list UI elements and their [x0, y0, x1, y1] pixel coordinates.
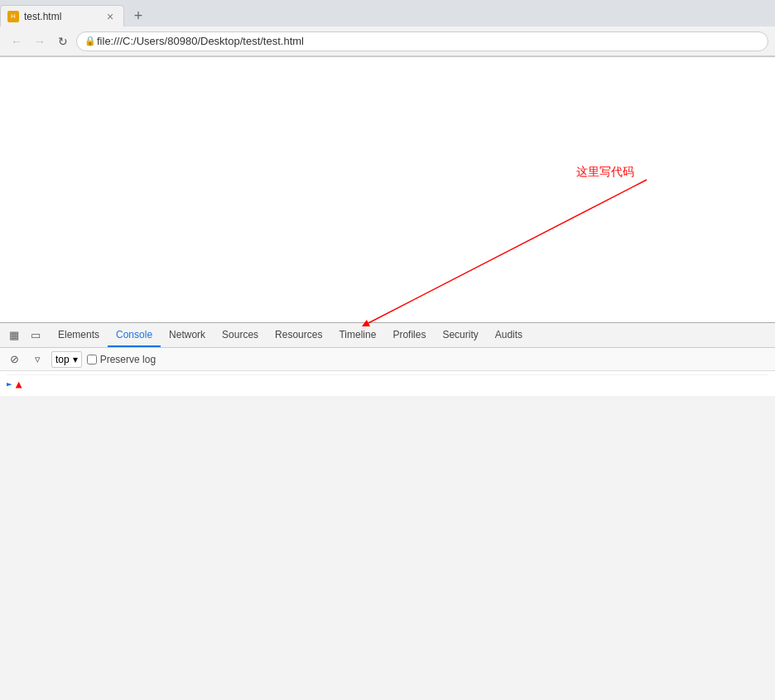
refresh-button[interactable]: ↻: [53, 31, 73, 51]
tab-console[interactable]: Console: [108, 323, 161, 347]
tab-sources[interactable]: Sources: [214, 323, 267, 347]
address-bar: ← → ↻ 🔒: [0, 27, 775, 56]
new-tab-button[interactable]: +: [128, 5, 149, 27]
preserve-log-checkbox[interactable]: [87, 355, 97, 364]
annotation-text: 这里写代码: [576, 165, 634, 180]
tab-security[interactable]: Security: [434, 323, 486, 347]
tab-elements[interactable]: Elements: [50, 323, 108, 347]
devtools-tabs: Elements Console Network Sources Resourc…: [50, 323, 531, 347]
inspect-icon: ▦: [9, 329, 19, 341]
console-toolbar: ⊘ ▿ top ▾ Preserve log: [0, 348, 775, 371]
console-expand-arrow[interactable]: ►: [7, 379, 12, 389]
console-row: ► ▲: [7, 374, 768, 393]
filter-console-button[interactable]: ▿: [28, 350, 46, 369]
devtools-panel: ▦ ▭ Elements Console Network Sources Res…: [0, 322, 775, 700]
context-value: top: [55, 354, 70, 365]
console-warning-icon: ▲: [16, 378, 22, 390]
tab-network[interactable]: Network: [161, 323, 214, 347]
refresh-icon: ↻: [58, 35, 68, 48]
tab-audits[interactable]: Audits: [487, 323, 531, 347]
device-icon: ▭: [31, 329, 41, 341]
inspect-element-button[interactable]: ▦: [3, 325, 25, 346]
device-mode-button[interactable]: ▭: [25, 325, 46, 346]
back-button[interactable]: ←: [7, 31, 26, 51]
context-selector[interactable]: top ▾: [51, 351, 82, 368]
url-lock-icon: 🔒: [84, 36, 96, 46]
dropdown-arrow-icon: ▾: [73, 354, 78, 365]
console-content: ► ▲: [0, 371, 775, 396]
tab-title: test.html: [24, 11, 99, 22]
new-tab-icon: +: [134, 7, 143, 25]
url-input[interactable]: [76, 31, 768, 51]
svg-line-0: [365, 180, 647, 325]
tab-profiles[interactable]: Profiles: [384, 323, 434, 347]
preserve-log-text: Preserve log: [100, 354, 156, 365]
clear-icon: ⊘: [10, 353, 19, 365]
forward-button[interactable]: →: [30, 31, 50, 51]
preserve-log-label[interactable]: Preserve log: [87, 354, 156, 365]
tab-timeline[interactable]: Timeline: [330, 323, 384, 347]
filter-icon: ▿: [35, 353, 41, 365]
tab-resources[interactable]: Resources: [267, 323, 330, 347]
tab-favicon: H: [7, 11, 19, 22]
annotation-arrow: [365, 180, 647, 325]
browser-content-area: 这里写代码: [0, 57, 775, 322]
browser-tab[interactable]: H test.html ×: [0, 5, 124, 27]
browser-chrome: H test.html × + ← → ↻ 🔒: [0, 0, 775, 57]
clear-console-button[interactable]: ⊘: [5, 350, 23, 369]
tab-bar: H test.html × +: [0, 0, 775, 27]
tab-close-button[interactable]: ×: [103, 10, 117, 23]
devtools-tab-bar: ▦ ▭ Elements Console Network Sources Res…: [0, 323, 775, 348]
back-icon: ←: [11, 35, 22, 48]
url-container: 🔒: [76, 31, 768, 51]
forward-icon: →: [34, 35, 46, 48]
